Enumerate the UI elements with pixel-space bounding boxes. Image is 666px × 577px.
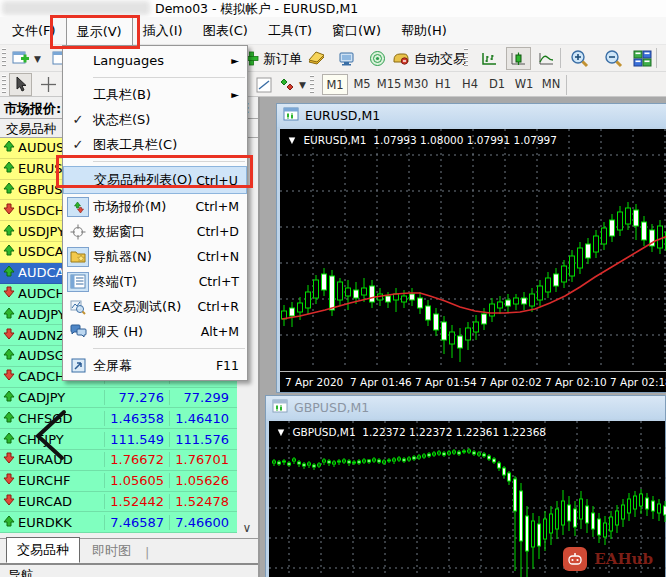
menu-item-label: EA交易测试(R): [93, 298, 198, 316]
menubar-item-insert[interactable]: 插入(I): [133, 17, 193, 45]
quote-row-eurchf[interactable]: EURCHF1.056051.05626: [0, 471, 237, 492]
symbol-label: CADJPY: [18, 390, 104, 405]
toolbar-grip[interactable]: [2, 75, 6, 95]
menu-item-navigator[interactable]: 导航器(N)Ctrl+N: [63, 244, 247, 269]
timeframe-button-m15[interactable]: M15: [376, 74, 402, 95]
scroll-down-icon[interactable]: ∨: [238, 521, 256, 535]
chart-title-label: GBPUSD,M1: [294, 400, 369, 415]
data-window-icon: [67, 222, 89, 242]
bid-price: 7.46587: [104, 515, 169, 530]
toolbar-separator: [656, 48, 657, 68]
timeframe-button-h4[interactable]: H4: [457, 74, 483, 95]
bid-price: 111.549: [104, 432, 169, 447]
menu-item-status-bar[interactable]: ✓状态栏(S): [63, 107, 247, 132]
menubar-item-tools[interactable]: 工具(T): [258, 17, 322, 45]
ask-price: 77.299: [169, 390, 234, 405]
symbol-label: EURDKK: [18, 515, 104, 530]
indicators-button[interactable]: ▼: [276, 73, 310, 96]
toolbar-grip[interactable]: [464, 48, 468, 68]
new-chart-button[interactable]: ▼: [8, 47, 45, 70]
menu-item-shortcut: Ctrl+R: [198, 299, 239, 314]
dropdown-triangle-icon[interactable]: ▼: [289, 135, 295, 145]
candlestick-icon: [510, 51, 527, 67]
menu-item-fullscreen[interactable]: 全屏幕F11: [63, 353, 247, 378]
zoom-in-button[interactable]: [566, 47, 594, 70]
price-up-icon: [0, 390, 18, 405]
terminal-connect-button[interactable]: [334, 47, 361, 70]
timeframe-button-m5[interactable]: M5: [349, 74, 375, 95]
gold-book-icon: [307, 51, 326, 66]
quote-row-eurdkk[interactable]: EURDKK7.465877.46600: [0, 512, 237, 533]
tile-windows-button[interactable]: [629, 47, 656, 70]
market-watch-title: 市场报价:: [4, 101, 61, 116]
chart-window-eurusd[interactable]: EURUSD,M1 ▼ EURUSD,M1 1.07993 1.08000 1.…: [276, 103, 666, 393]
time-axis-label: 7 Apr 02:18: [610, 376, 666, 388]
chart-client-eurusd[interactable]: ▼ EURUSD,M1 1.07993 1.08000 1.07991 1.07…: [280, 129, 666, 392]
autotrading-label: 自动交易: [414, 50, 466, 68]
menu-item-terminal[interactable]: 终端(T)Ctrl+T: [63, 269, 247, 294]
depth-of-market-button[interactable]: [303, 47, 330, 70]
menu-item-chart-toolbar[interactable]: ✓图表工具栏(C): [63, 132, 247, 157]
price-up-icon: [0, 348, 18, 363]
eahub-label: EAHub: [594, 550, 653, 568]
menu-item-label: 聊天 (H): [93, 323, 201, 341]
quote-row-eurcad[interactable]: EURCAD1.524421.52478: [0, 492, 237, 513]
time-axis-eurusd[interactable]: 7 Apr 20207 Apr 01:467 Apr 01:547 Apr 02…: [280, 371, 666, 392]
chart-titlebar-gbpusd[interactable]: GBPUSD,M1: [266, 396, 665, 419]
bar-chart-mode-button[interactable]: [477, 47, 502, 70]
annotation-box-view-menu: [50, 15, 140, 49]
tester-icon: [67, 297, 89, 317]
timeframe-button-m30[interactable]: M30: [403, 74, 429, 95]
price-down-icon: [0, 452, 18, 467]
quote-row-cadjpy[interactable]: CADJPY77.27677.299: [0, 388, 237, 409]
chart-client-gbpusd[interactable]: ▼ GBPUSD,M1 1.22372 1.22372 1.22361 1.22…: [269, 421, 665, 577]
menu-item-data-window[interactable]: 数据窗口Ctrl+D: [63, 219, 247, 244]
timeframe-button-m1[interactable]: M1: [322, 74, 348, 95]
menu-item-languages[interactable]: Languages►: [63, 48, 247, 73]
bid-price: 1.05605: [104, 473, 169, 488]
bid-price: 1.52442: [104, 494, 169, 509]
candlestick-mode-button[interactable]: [506, 47, 531, 70]
line-chart-mode-button[interactable]: [534, 47, 559, 70]
market-watch-tabs: 交易品种即时图|: [0, 538, 258, 563]
zoom-out-icon: [604, 49, 624, 68]
toolbar-grip[interactable]: [310, 75, 314, 95]
timeframe-button-w1[interactable]: W1: [511, 74, 537, 95]
menubar-item-charts[interactable]: 图表(C): [193, 17, 258, 45]
chart-window-gbpusd[interactable]: GBPUSD,M1 ▼ GBPUSD,M1 1.22372 1.22372 1.…: [265, 395, 666, 577]
menubar-item-window[interactable]: 窗口(W): [322, 17, 391, 45]
menu-item-shortcut: F11: [216, 358, 239, 373]
trendline-icon: [256, 77, 272, 93]
new-order-button[interactable]: 新订单: [240, 47, 306, 70]
market-watch-tab-1[interactable]: 即时图: [82, 539, 141, 563]
timeframe-button-h1[interactable]: H1: [430, 74, 456, 95]
cursor-tool-button[interactable]: [9, 73, 32, 96]
menu-item-chat[interactable]: 聊天 (H)Alt+M: [63, 319, 247, 344]
menu-item-tester[interactable]: EA交易测试(R)Ctrl+R: [63, 294, 247, 319]
crosshair-tool-button[interactable]: [36, 73, 61, 96]
zoom-out-button[interactable]: [600, 47, 628, 70]
menubar-item-help[interactable]: 帮助(H): [391, 17, 457, 45]
autotrading-button[interactable]: 自动交易: [388, 47, 470, 70]
menu-item-label: 市场报价(M): [93, 198, 196, 216]
line-studies-button[interactable]: [252, 73, 276, 96]
toolbar-grip[interactable]: [2, 48, 6, 68]
dropdown-triangle-icon[interactable]: ▼: [278, 427, 284, 437]
timeframe-button-mn[interactable]: MN: [538, 74, 564, 95]
menu-item-market-watch[interactable]: 市场报价(M)Ctrl+M: [63, 194, 247, 219]
candlestick-chart-eurusd[interactable]: [280, 129, 666, 369]
time-axis-label: 7 Apr 01:54: [415, 376, 477, 388]
signals-button[interactable]: [365, 47, 390, 70]
chart-titlebar-eurusd[interactable]: EURUSD,M1: [277, 104, 666, 127]
navigator-panel-clipped: 导航: [0, 563, 258, 577]
menu-item-gutter: [63, 322, 93, 342]
menu-item-gutter: ✓: [63, 112, 93, 127]
menu-item-toolbars[interactable]: 工具栏(B)►: [63, 82, 247, 107]
tile-windows-icon: [633, 50, 652, 67]
price-up-icon: [0, 182, 18, 197]
timeframe-button-d1[interactable]: D1: [484, 74, 510, 95]
market-watch-tab-0[interactable]: 交易品种: [6, 537, 80, 563]
submenu-arrow-icon: ►: [231, 89, 239, 100]
price-up-icon: [0, 411, 18, 426]
price-up-icon: [0, 515, 18, 530]
